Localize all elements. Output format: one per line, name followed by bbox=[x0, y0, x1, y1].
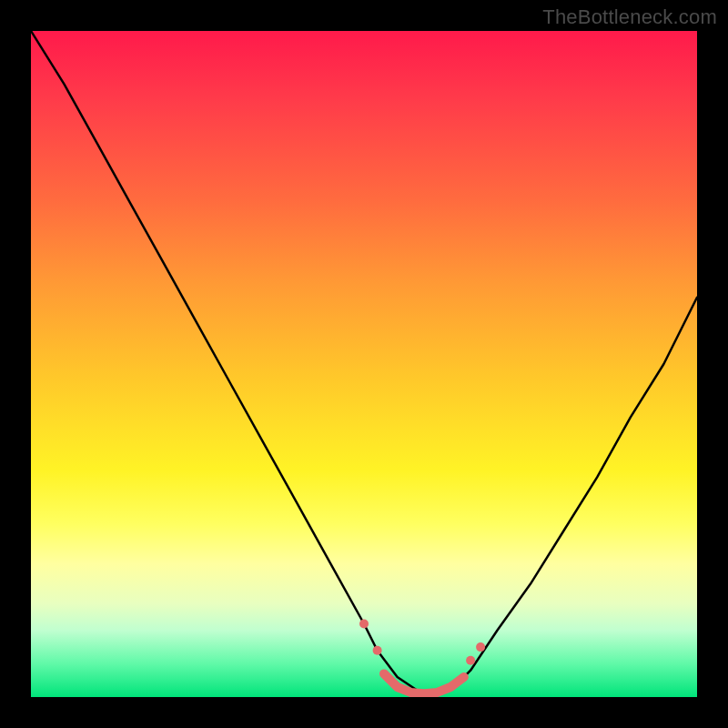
left-dot-1 bbox=[359, 620, 369, 629]
bottleneck-curve bbox=[31, 31, 697, 693]
chart-frame: TheBottleneck.com bbox=[0, 0, 728, 728]
left-dot-2 bbox=[373, 646, 382, 655]
plot-area bbox=[31, 31, 697, 697]
right-dot-1 bbox=[466, 656, 475, 665]
watermark-text: TheBottleneck.com bbox=[542, 5, 717, 29]
chart-svg bbox=[31, 31, 697, 697]
curve-layer bbox=[31, 31, 697, 693]
right-dot-2 bbox=[476, 642, 485, 652]
markers-group bbox=[359, 620, 485, 665]
